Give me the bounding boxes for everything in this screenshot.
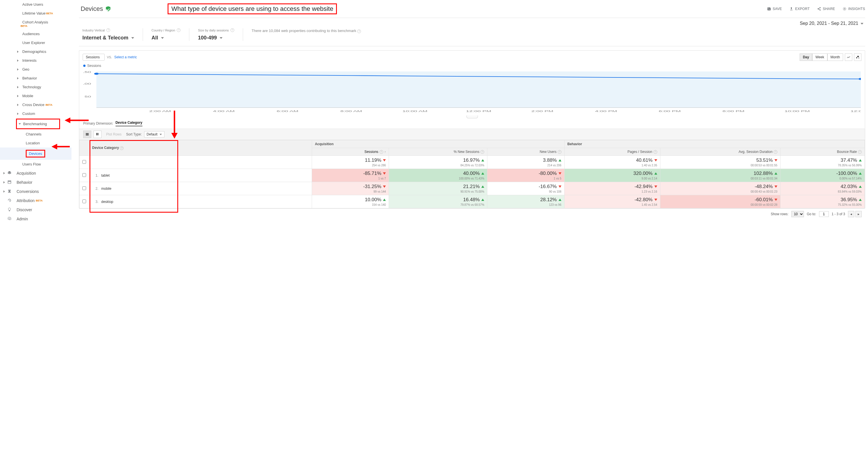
- help-icon[interactable]: ?: [177, 28, 181, 32]
- vertical-dropdown[interactable]: Internet & Telecom: [82, 35, 134, 41]
- arrow-up-icon: [481, 172, 484, 175]
- svg-point-8: [844, 8, 845, 9]
- period-day[interactable]: Day: [800, 54, 812, 61]
- view-pivot-button[interactable]: [94, 131, 101, 138]
- goto-input[interactable]: [819, 211, 829, 217]
- nav-technology[interactable]: Technology: [0, 83, 71, 92]
- cfg-value-text: All: [152, 35, 158, 41]
- prev-page-button[interactable]: ◂: [848, 211, 854, 217]
- dropdown-icon: [161, 37, 164, 39]
- nav-user-explorer[interactable]: User Explorer: [0, 38, 71, 47]
- device-name-cell[interactable]: 2.mobile: [89, 182, 312, 195]
- col-avg-duration[interactable]: Avg. Session Duration?: [660, 148, 780, 156]
- sort-arrow-icon: ↑: [384, 150, 386, 154]
- nav-label: Benchmarking: [23, 122, 47, 126]
- nav-label: Cohort Analysis: [22, 20, 48, 24]
- table-row: 1.tablet-85.71%1 vs 740.00%100.00% vs 71…: [80, 169, 865, 182]
- nav-label: Interests: [22, 58, 37, 63]
- caret-icon: [17, 51, 19, 53]
- nav-lifetime-value[interactable]: Lifetime ValueBETA: [0, 9, 71, 18]
- expand-handle[interactable]: [466, 116, 478, 118]
- cfg-label-region: Country / Region: [152, 29, 175, 32]
- nav-behavior-sub[interactable]: Behavior: [0, 74, 71, 83]
- nav-benchmarking[interactable]: Benchmarking: [16, 119, 60, 129]
- behavior-icon: [7, 180, 12, 185]
- arrow-up-icon: [859, 186, 862, 188]
- nav-active-users[interactable]: Active Users: [0, 0, 71, 9]
- col-new-users[interactable]: New Users?: [487, 148, 564, 156]
- row-checkbox[interactable]: [82, 186, 86, 190]
- svg-text:2:00 PM: 2:00 PM: [531, 110, 553, 112]
- nav-label: Attribution: [17, 198, 35, 203]
- nav-users-flow[interactable]: Users Flow: [0, 160, 71, 169]
- chart-type-motion-button[interactable]: [854, 54, 861, 61]
- show-rows-select[interactable]: 10: [792, 211, 804, 217]
- help-icon[interactable]: ?: [357, 29, 361, 33]
- metric-cell: 42.03%83.84% vs 59.03%: [780, 182, 865, 195]
- metric-selector[interactable]: Sessions: [83, 54, 105, 61]
- svg-rect-37: [97, 133, 98, 134]
- region-dropdown[interactable]: All: [152, 35, 181, 41]
- caret-icon: [17, 77, 19, 79]
- nav-custom[interactable]: Custom: [0, 109, 71, 118]
- save-button[interactable]: SAVE: [767, 7, 782, 11]
- cfg-label-size: Size by daily sessions: [198, 29, 229, 32]
- row-checkbox[interactable]: [82, 173, 86, 177]
- export-button[interactable]: EXPORT: [789, 7, 810, 11]
- nav-attribution[interactable]: AttributionBETA: [0, 196, 71, 205]
- nav-admin[interactable]: Admin: [0, 215, 71, 224]
- nav-demographics[interactable]: Demographics: [0, 47, 71, 56]
- arrow-up-icon: [559, 199, 561, 201]
- help-icon[interactable]: ?: [106, 28, 110, 32]
- period-month[interactable]: Month: [827, 54, 843, 61]
- select-metric-link[interactable]: Select a metric: [114, 55, 137, 59]
- chart-type-line-button[interactable]: [845, 54, 852, 61]
- arrow-down-icon: [654, 186, 657, 188]
- select-all-checkbox[interactable]: [82, 160, 86, 164]
- period-week[interactable]: Week: [812, 54, 827, 61]
- pd-value[interactable]: Device Category: [116, 121, 143, 126]
- insights-button[interactable]: INSIGHTS: [842, 7, 865, 11]
- sort-type-select[interactable]: Default: [144, 131, 164, 137]
- device-name-cell[interactable]: 3.desktop: [89, 195, 312, 208]
- nav-geo[interactable]: Geo: [0, 65, 71, 74]
- view-table-button[interactable]: [83, 131, 91, 138]
- nav-cohort-analysis[interactable]: Cohort AnalysisBETA: [0, 18, 71, 27]
- svg-marker-43: [52, 144, 57, 150]
- insights-icon: [842, 7, 846, 11]
- nav-mobile[interactable]: Mobile: [0, 92, 71, 100]
- date-range-picker[interactable]: Sep 20, 2021 - Sep 21, 2021: [800, 21, 863, 26]
- help-icon[interactable]: ?: [230, 28, 234, 32]
- nav-label: Behavior: [17, 180, 32, 185]
- arrow-up-icon: [383, 199, 386, 201]
- size-dropdown[interactable]: 100-499: [198, 35, 234, 41]
- next-page-button[interactable]: ▸: [856, 211, 862, 217]
- col-pages-session[interactable]: Pages / Session?: [564, 148, 660, 156]
- share-button[interactable]: SHARE: [817, 7, 835, 11]
- caret-icon: [17, 95, 19, 97]
- col-bounce-rate[interactable]: Bounce Rate?: [780, 148, 865, 156]
- metric-cell: -100.00%0.00% vs 57.14%: [780, 169, 865, 182]
- col-device-category[interactable]: Device Category ?: [89, 140, 312, 156]
- col-sessions[interactable]: Sessions?↑: [312, 148, 389, 156]
- plot-rows-disabled: Plot Rows: [104, 132, 124, 136]
- nav-audiences[interactable]: Audiences: [0, 29, 71, 38]
- row-checkbox[interactable]: [82, 199, 86, 203]
- arrow-up-icon: [481, 186, 484, 188]
- svg-rect-33: [86, 133, 89, 134]
- col-new-sessions[interactable]: % New Sessions?: [389, 148, 487, 156]
- svg-text:2:00 AM: 2:00 AM: [149, 110, 171, 112]
- arrow-down-icon: [654, 159, 657, 162]
- table-row: 3.desktop10.00%154 vs 14016.48%79.87% vs…: [80, 195, 865, 208]
- nav-interests[interactable]: Interests: [0, 56, 71, 65]
- nav-acquisition[interactable]: Acquisition: [0, 169, 71, 178]
- nav-channels[interactable]: Channels: [0, 130, 71, 139]
- svg-text:8:00 PM: 8:00 PM: [722, 110, 744, 112]
- save-icon: [767, 7, 771, 11]
- device-name-cell[interactable]: 1.tablet: [89, 169, 312, 182]
- nav-discover[interactable]: Discover: [0, 205, 71, 215]
- nav-conversions[interactable]: Conversions: [0, 187, 71, 196]
- nav-cross-device[interactable]: Cross DeviceBETA: [0, 100, 71, 109]
- nav-behavior[interactable]: Behavior: [0, 178, 71, 187]
- help-icon[interactable]: ?: [120, 146, 124, 150]
